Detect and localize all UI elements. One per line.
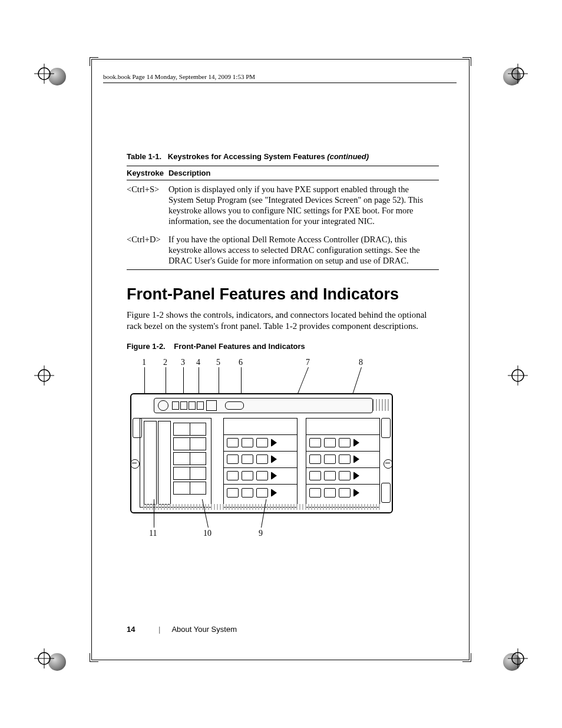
crop-corner-icon <box>90 57 98 66</box>
lcd-panel-icon <box>206 400 217 411</box>
server-chassis-diagram <box>130 393 393 513</box>
vent-pattern-icon <box>143 504 381 510</box>
screw-icon <box>384 459 393 469</box>
power-button-icon <box>158 400 168 411</box>
figure-front-panel: 1 2 3 4 5 6 7 8 <box>128 358 399 541</box>
peripheral-slot-icon <box>158 421 171 505</box>
callout-number: 1 <box>142 358 146 367</box>
callout-number: 6 <box>239 358 243 367</box>
control-strip <box>154 398 373 413</box>
callout-number: 8 <box>359 358 363 367</box>
callout-number: 7 <box>306 358 310 367</box>
callout-number: 11 <box>149 529 157 538</box>
left-drive-bay <box>140 418 211 508</box>
crop-corner-icon <box>90 653 98 662</box>
section-body: Figure 1-2 shows the controls, indicator… <box>127 309 439 332</box>
table-caption-suffix: (continued) <box>327 152 369 161</box>
hard-drive-icon <box>306 435 379 452</box>
callout-number: 5 <box>216 358 220 367</box>
hard-drive-icon <box>306 468 379 485</box>
callout-number: 3 <box>181 358 185 367</box>
crosshair-register-icon <box>34 365 54 386</box>
content-column: Table 1-1. Keystrokes for Accessing Syst… <box>127 152 439 541</box>
indicator-icon <box>197 401 204 410</box>
callout-leader-line <box>154 499 154 528</box>
crosshair-register-icon <box>508 365 528 386</box>
running-header: book.book Page 14 Monday, September 14, … <box>103 73 457 80</box>
hard-drive-icon <box>224 435 297 452</box>
table-caption: Table 1-1. Keystrokes for Accessing Syst… <box>127 152 439 161</box>
figure-caption-title: Front-Panel Features and Indicators <box>174 342 305 351</box>
nmi-button-icon <box>189 401 196 410</box>
blank-bay-icon <box>306 419 379 435</box>
hard-drive-icon <box>224 485 297 501</box>
figure-callouts-top: 1 2 3 4 5 6 7 8 <box>128 358 399 385</box>
crosshair-register-icon <box>508 648 528 668</box>
hard-drive-icon <box>224 452 297 468</box>
table-row: <Ctrl+D> If you have the optional Dell R… <box>127 230 439 270</box>
rack-latch-icon <box>133 418 142 438</box>
module-stack-icon <box>173 421 206 503</box>
crop-corner-icon <box>462 57 471 66</box>
cell-keystroke: <Ctrl+D> <box>127 230 168 270</box>
optical-drive-icon <box>224 419 297 435</box>
page-footer: 14 | About Your System <box>127 625 237 634</box>
table-row: <Ctrl+S> Option is displayed only if you… <box>127 180 439 230</box>
figure-caption: Figure 1-2. Front-Panel Features and Ind… <box>127 342 439 351</box>
crop-corner-icon <box>462 653 471 662</box>
cell-description: Option is displayed only if you have PXE… <box>168 180 439 230</box>
footer-section: About Your System <box>171 625 237 634</box>
hard-drive-icon <box>224 468 297 485</box>
screw-icon <box>130 459 140 469</box>
rack-latch-icon <box>381 483 391 503</box>
table-caption-title: Keystrokes for Accessing System Features <box>168 152 325 161</box>
peripheral-slot-icon <box>144 421 157 505</box>
section-heading: Front-Panel Features and Indicators <box>127 285 439 304</box>
hard-drive-icon <box>306 485 379 501</box>
table-header-keystroke: Keystroke <box>127 166 168 180</box>
figure-callouts-bottom: 11 10 9 <box>128 523 399 541</box>
indicator-icon <box>172 401 179 410</box>
crosshair-register-icon <box>34 648 54 668</box>
cell-keystroke: <Ctrl+S> <box>127 180 168 230</box>
drive-cage <box>306 418 380 508</box>
footer-separator-icon: | <box>158 625 160 634</box>
rack-latch-icon <box>381 418 391 438</box>
callout-number: 2 <box>163 358 167 367</box>
figure-caption-prefix: Figure 1-2. <box>127 342 166 351</box>
page-number: 14 <box>127 625 135 634</box>
keystroke-table: Keystroke Description <Ctrl+S> Option is… <box>127 166 439 270</box>
page: book.book Page 14 Monday, September 14, … <box>0 0 562 728</box>
usb-connector-icon <box>225 401 244 410</box>
callout-number: 4 <box>196 358 200 367</box>
crosshair-register-icon <box>34 64 54 84</box>
callout-number: 9 <box>259 529 263 538</box>
table-caption-prefix: Table 1-1. <box>127 152 161 161</box>
drive-cage <box>223 418 297 508</box>
hard-drive-icon <box>306 452 379 468</box>
cell-description: If you have the optional Dell Remote Acc… <box>168 230 439 270</box>
table-header-description: Description <box>168 166 439 180</box>
indicator-icon <box>180 401 187 410</box>
callout-number: 10 <box>203 529 211 538</box>
running-header-rule <box>103 83 457 83</box>
crosshair-register-icon <box>508 64 528 84</box>
